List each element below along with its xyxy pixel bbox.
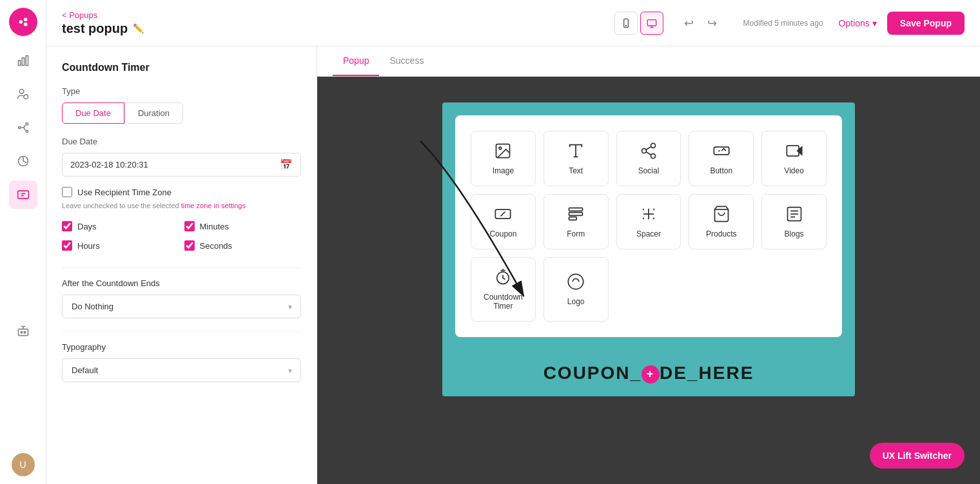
- due-date-field[interactable]: 📅: [62, 153, 301, 177]
- nav-item-popups[interactable]: [9, 180, 37, 209]
- widget-text[interactable]: Text: [544, 131, 609, 186]
- svg-marker-26: [797, 147, 801, 155]
- nav-item-contacts[interactable]: [9, 80, 37, 108]
- after-action-wrapper: Do Nothing: [62, 295, 301, 318]
- svg-point-8: [18, 126, 20, 128]
- logo-widget-icon: [567, 273, 585, 291]
- svg-rect-30: [569, 217, 577, 220]
- nav-item-segments[interactable]: [9, 147, 37, 175]
- left-navigation: U: [0, 0, 46, 484]
- svg-point-21: [651, 143, 655, 148]
- seconds-checkbox[interactable]: [184, 240, 195, 251]
- widget-social[interactable]: Social: [616, 131, 681, 186]
- tab-popup[interactable]: Popup: [333, 46, 379, 76]
- video-icon: [785, 142, 803, 160]
- hours-label: Hours: [77, 241, 100, 251]
- coupon-plus-icon[interactable]: +: [642, 365, 660, 383]
- widget-image[interactable]: Image: [471, 131, 536, 186]
- contacts-icon: [17, 88, 30, 101]
- widget-products[interactable]: Products: [689, 194, 754, 249]
- widget-logo-label: Logo: [567, 297, 585, 306]
- widget-spacer[interactable]: Spacer: [616, 194, 681, 249]
- widget-countdown[interactable]: Countdown Timer: [471, 257, 536, 322]
- timezone-checkbox[interactable]: [62, 187, 72, 197]
- days-checkbox[interactable]: [62, 221, 72, 231]
- svg-point-20: [500, 147, 502, 150]
- widget-coupon[interactable]: Coupon: [471, 194, 536, 249]
- top-header: < Popups test popup ✏️ ↩ ↪ Modified 5: [46, 0, 980, 46]
- widget-blogs[interactable]: Blogs: [761, 194, 827, 249]
- duration-btn[interactable]: Duration: [124, 102, 183, 124]
- typography-select[interactable]: Default: [62, 358, 301, 382]
- widget-image-label: Image: [493, 166, 514, 175]
- svg-rect-3: [18, 61, 20, 66]
- widget-button[interactable]: Button: [689, 131, 754, 186]
- flows-icon: [17, 121, 30, 134]
- widget-picker-grid: Image Text Social: [455, 115, 842, 337]
- popup-title: test popup: [62, 21, 128, 36]
- save-popup-btn[interactable]: Save Popup: [887, 12, 965, 35]
- svg-rect-29: [569, 213, 583, 216]
- redo-btn[interactable]: ↪: [702, 13, 723, 34]
- widget-form-label: Form: [567, 229, 585, 238]
- hours-checkbox-row: Hours: [62, 240, 179, 251]
- svg-point-23: [651, 154, 655, 159]
- coupon-display: COUPON_+DE_HERE: [455, 363, 842, 383]
- app-logo[interactable]: [9, 8, 37, 36]
- svg-point-1: [23, 18, 26, 21]
- mobile-view-btn[interactable]: [614, 12, 638, 35]
- after-action-select[interactable]: Do Nothing: [62, 295, 301, 318]
- due-date-input[interactable]: [70, 160, 280, 169]
- typography-wrapper: Default: [62, 358, 301, 382]
- timezone-link[interactable]: time zone in settings: [181, 202, 246, 209]
- svg-point-17: [625, 25, 626, 26]
- nav-item-bot[interactable]: [9, 317, 37, 345]
- body-area: Countdown Timer Type Due Date Duration D…: [46, 46, 980, 484]
- svg-point-14: [21, 331, 23, 333]
- widget-logo[interactable]: Logo: [544, 257, 609, 322]
- popup-bottom-area: COUPON_+DE_HERE: [442, 350, 855, 396]
- nav-item-flows[interactable]: [9, 113, 37, 142]
- timezone-hint: Leave unchecked to use the selected time…: [62, 201, 301, 211]
- due-date-btn[interactable]: Due Date: [62, 102, 124, 124]
- tab-success[interactable]: Success: [379, 46, 434, 76]
- segments-icon: [17, 155, 30, 168]
- widget-form[interactable]: Form: [544, 194, 609, 249]
- widget-video-label: Video: [784, 166, 803, 175]
- minutes-checkbox[interactable]: [184, 221, 195, 231]
- due-date-label: Due Date: [62, 137, 301, 146]
- coupon-icon: [494, 205, 512, 223]
- svg-rect-5: [26, 56, 28, 66]
- bot-icon: [17, 325, 30, 338]
- blogs-icon: [785, 205, 803, 223]
- countdown-icon: [494, 268, 512, 286]
- widget-video[interactable]: Video: [761, 131, 827, 186]
- desktop-icon: [647, 18, 657, 28]
- modified-text: Modified 5 minutes ago: [743, 19, 823, 28]
- type-toggle-group: Due Date Duration: [62, 102, 301, 124]
- ux-lift-switcher-btn[interactable]: UX Lift Switcher: [870, 443, 965, 469]
- calendar-icon[interactable]: 📅: [280, 159, 293, 171]
- hours-checkbox[interactable]: [62, 240, 72, 251]
- widget-products-label: Products: [706, 229, 736, 238]
- type-label: Type: [62, 86, 301, 96]
- widget-text-label: Text: [569, 166, 583, 175]
- page-title-area: test popup ✏️: [62, 21, 144, 36]
- edit-title-icon[interactable]: ✏️: [133, 23, 144, 34]
- form-icon: [567, 205, 585, 223]
- options-btn[interactable]: Options ▾: [839, 18, 877, 28]
- svg-point-0: [19, 20, 22, 24]
- time-checkboxes-grid: Days Minutes Hours Seconds: [62, 221, 301, 255]
- svg-point-6: [19, 90, 24, 94]
- divider-2: [62, 331, 301, 332]
- minutes-checkbox-row: Minutes: [184, 221, 302, 231]
- svg-rect-18: [647, 19, 656, 25]
- undo-redo-group: ↩ ↪: [679, 13, 723, 34]
- chart-bar-icon: [17, 54, 30, 67]
- widget-button-label: Button: [710, 166, 732, 175]
- user-avatar[interactable]: U: [12, 453, 35, 476]
- nav-item-analytics[interactable]: [9, 46, 37, 75]
- back-to-popups[interactable]: < Popups: [62, 10, 144, 20]
- undo-btn[interactable]: ↩: [679, 13, 700, 34]
- desktop-view-btn[interactable]: [640, 12, 663, 35]
